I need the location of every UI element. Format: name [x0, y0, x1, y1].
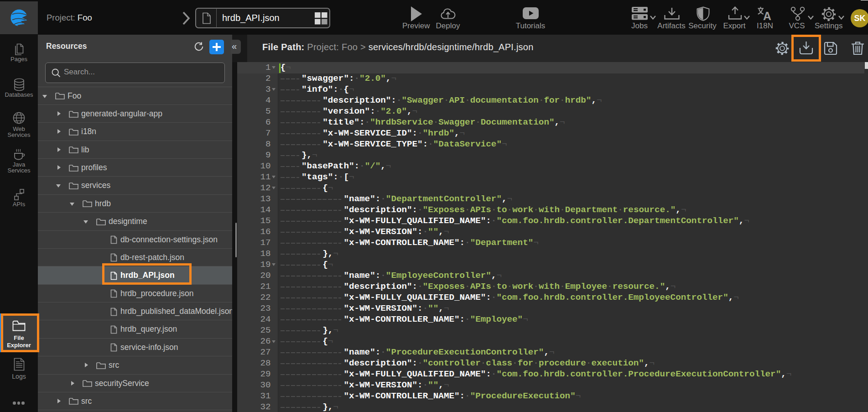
svg-text:A: A: [763, 10, 771, 21]
